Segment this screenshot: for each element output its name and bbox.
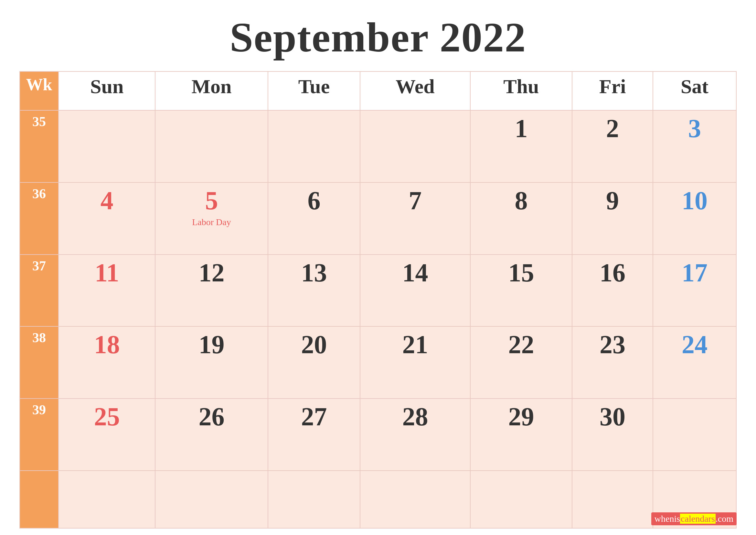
mon-header: Mon bbox=[155, 71, 268, 110]
page-title: September 2022 bbox=[230, 13, 526, 62]
day-cell bbox=[572, 471, 653, 528]
day-cell: 13 bbox=[268, 255, 361, 327]
day-cell: 30 bbox=[572, 399, 653, 471]
day-cell: 15 bbox=[470, 255, 572, 327]
day-number: 13 bbox=[272, 258, 357, 288]
day-cell: 17 bbox=[653, 255, 736, 327]
holiday-label: Labor Day bbox=[159, 217, 264, 227]
day-number: 15 bbox=[474, 258, 569, 288]
day-cell bbox=[155, 110, 268, 183]
day-cell: 11 bbox=[59, 255, 155, 327]
day-cell: 5Labor Day bbox=[155, 183, 268, 255]
day-cell bbox=[155, 471, 268, 528]
day-cell: 28 bbox=[360, 399, 470, 471]
week-row-1: 35123 bbox=[20, 110, 736, 183]
day-number: 18 bbox=[62, 330, 151, 359]
week-row-3: 3711121314151617 bbox=[20, 255, 736, 327]
day-number: 16 bbox=[576, 258, 649, 288]
week-number-6 bbox=[20, 471, 59, 528]
day-number: 17 bbox=[657, 258, 733, 288]
day-cell: 8 bbox=[470, 183, 572, 255]
calendar-wrapper: Wk Sun Mon Tue Wed Thu Fri Sat 351233645… bbox=[19, 71, 737, 528]
day-cell: 25 bbox=[59, 399, 155, 471]
day-cell: 27 bbox=[268, 399, 361, 471]
day-cell bbox=[59, 471, 155, 528]
sat-header: Sat bbox=[653, 71, 736, 110]
day-cell: 1 bbox=[470, 110, 572, 183]
tue-header: Tue bbox=[268, 71, 361, 110]
day-cell: 6 bbox=[268, 183, 361, 255]
day-number: 20 bbox=[272, 330, 357, 359]
day-cell: 2 bbox=[572, 110, 653, 183]
day-cell: 3 bbox=[653, 110, 736, 183]
day-number: 3 bbox=[657, 114, 733, 143]
day-number: 2 bbox=[576, 114, 649, 143]
day-cell: 10 bbox=[653, 183, 736, 255]
day-number: 26 bbox=[159, 402, 264, 432]
day-cell bbox=[268, 110, 361, 183]
day-cell: 19 bbox=[155, 326, 268, 399]
week-row-5: 39252627282930 bbox=[20, 399, 736, 471]
thu-header: Thu bbox=[470, 71, 572, 110]
day-number: 9 bbox=[576, 186, 649, 215]
day-number: 21 bbox=[364, 330, 466, 359]
day-number: 30 bbox=[576, 402, 649, 432]
week-number-4: 38 bbox=[20, 326, 59, 399]
day-number: 1 bbox=[474, 114, 569, 143]
week-number-5: 39 bbox=[20, 399, 59, 471]
day-cell: 24 bbox=[653, 326, 736, 399]
day-cell: 29 bbox=[470, 399, 572, 471]
day-cell bbox=[653, 399, 736, 471]
day-cell bbox=[360, 471, 470, 528]
day-cell: 22 bbox=[470, 326, 572, 399]
day-number: 12 bbox=[159, 258, 264, 288]
watermark-text: wheniscalendars.com bbox=[655, 514, 733, 524]
day-cell: 4 bbox=[59, 183, 155, 255]
wed-header: Wed bbox=[360, 71, 470, 110]
week-row-4: 3818192021222324 bbox=[20, 326, 736, 399]
sun-header: Sun bbox=[59, 71, 155, 110]
day-number: 11 bbox=[62, 258, 151, 288]
day-cell bbox=[470, 471, 572, 528]
wk-header: Wk bbox=[20, 71, 59, 110]
day-cell: 18 bbox=[59, 326, 155, 399]
week-number-3: 37 bbox=[20, 255, 59, 327]
day-number: 25 bbox=[62, 402, 151, 432]
week-number-2: 36 bbox=[20, 183, 59, 255]
day-cell: 16 bbox=[572, 255, 653, 327]
fri-header: Fri bbox=[572, 71, 653, 110]
day-cell: 14 bbox=[360, 255, 470, 327]
week-row-6 bbox=[20, 471, 736, 528]
day-cell: 26 bbox=[155, 399, 268, 471]
header-row: Wk Sun Mon Tue Wed Thu Fri Sat bbox=[20, 71, 736, 110]
day-cell: 20 bbox=[268, 326, 361, 399]
day-number: 19 bbox=[159, 330, 264, 359]
day-cell bbox=[268, 471, 361, 528]
day-number: 14 bbox=[364, 258, 466, 288]
day-cell bbox=[360, 110, 470, 183]
watermark[interactable]: wheniscalendars.com bbox=[651, 512, 737, 525]
day-cell: 9 bbox=[572, 183, 653, 255]
day-number: 23 bbox=[576, 330, 649, 359]
week-row-2: 3645Labor Day678910 bbox=[20, 183, 736, 255]
day-number: 28 bbox=[364, 402, 466, 432]
day-number: 7 bbox=[364, 186, 466, 215]
day-number: 4 bbox=[62, 186, 151, 215]
calendar-table: Wk Sun Mon Tue Wed Thu Fri Sat 351233645… bbox=[19, 71, 737, 528]
day-number: 24 bbox=[657, 330, 733, 359]
day-number: 22 bbox=[474, 330, 569, 359]
day-number: 27 bbox=[272, 402, 357, 432]
day-number: 10 bbox=[657, 186, 733, 215]
day-cell: 21 bbox=[360, 326, 470, 399]
day-number: 8 bbox=[474, 186, 569, 215]
day-cell bbox=[59, 110, 155, 183]
week-number-1: 35 bbox=[20, 110, 59, 183]
day-number: 6 bbox=[272, 186, 357, 215]
day-number: 29 bbox=[474, 402, 569, 432]
day-cell: 7 bbox=[360, 183, 470, 255]
day-cell: 23 bbox=[572, 326, 653, 399]
day-cell: 12 bbox=[155, 255, 268, 327]
day-number: 5 bbox=[159, 186, 264, 215]
